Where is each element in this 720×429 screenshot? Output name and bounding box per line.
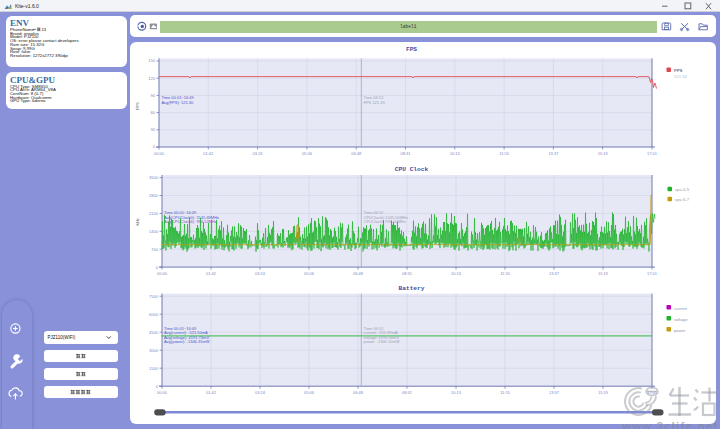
svg-text:www.3clife.net: www.3clife.net [621,420,718,429]
svg-text:0: 0 [153,144,156,149]
svg-text:current: current [674,306,688,311]
svg-text:17:01: 17:01 [647,151,658,156]
svg-text:2100: 2100 [149,211,159,216]
svg-text:10:13: 10:13 [450,151,461,156]
svg-text:05:06: 05:06 [304,390,315,395]
svg-text:10:13: 10:13 [451,390,462,395]
svg-text:2800: 2800 [149,193,159,198]
svg-text:13:37: 13:37 [548,151,559,156]
svg-text:power: power [674,328,686,333]
svg-text:05:06: 05:06 [304,271,315,276]
svg-text:01:42: 01:42 [206,271,217,276]
svg-text:voltage: voltage [674,317,688,322]
svg-text:15:19: 15:19 [598,151,609,156]
svg-text:CPU Clock: CPU Clock [395,166,429,173]
svg-text:00:00: 00:00 [154,151,165,156]
svg-text:08:31: 08:31 [402,390,413,395]
svg-text:power: -1305.50mW: power: -1305.50mW [364,339,400,344]
svg-text:03:24: 03:24 [253,151,264,156]
svg-text:121.34: 121.34 [674,74,687,79]
svg-text:00:00: 00:00 [157,390,168,395]
svg-text:Avg(power): -1346.35mW: Avg(power): -1346.35mW [164,339,210,344]
svg-text:150: 150 [148,58,155,63]
svg-text:700: 700 [151,247,158,252]
svg-text:13:37: 13:37 [549,271,560,276]
svg-text:3500: 3500 [149,175,159,180]
svg-text:30: 30 [151,127,156,132]
svg-text:1500: 1500 [149,366,159,371]
svg-text:05:06: 05:06 [302,151,313,156]
svg-text:13: 13 [42,27,47,32]
svg-text:0: 0 [156,384,159,389]
svg-text:Kite-v1.6.0: Kite-v1.6.0 [15,3,39,9]
svg-text:3000: 3000 [149,348,159,353]
svg-text:0: 0 [156,265,159,270]
svg-text:03:24: 03:24 [255,271,266,276]
svg-text:11:55: 11:55 [499,151,509,156]
svg-text:13:37: 13:37 [549,390,560,395]
svg-text:60: 60 [151,110,156,115]
svg-text:FPS: FPS [136,102,140,110]
svg-text:90: 90 [151,93,156,98]
svg-text:FPS: FPS [406,46,417,53]
svg-text:15:19: 15:19 [598,390,609,395]
svg-text:11:55: 11:55 [500,390,510,395]
svg-text:06:48: 06:48 [351,151,362,156]
svg-text:15:19: 15:19 [598,271,609,276]
svg-text:Battery: Battery [399,285,425,292]
svg-text:00:00: 00:00 [157,271,168,276]
svg-text:10:13: 10:13 [451,271,462,276]
svg-text:01:42: 01:42 [203,151,214,156]
svg-text:01:42: 01:42 [206,390,217,395]
svg-text:KHz: KHz [136,218,140,225]
svg-text:17:01: 17:01 [647,271,658,276]
svg-text:08:31: 08:31 [400,151,411,156]
svg-text:CPUClock6 998.00MHz: CPUClock6 998.00MHz [364,219,406,224]
svg-text:cpu 0-5: cpu 0-5 [675,187,690,192]
svg-text:7500: 7500 [149,294,159,299]
svg-text:120: 120 [148,76,155,81]
svg-text:08:31: 08:31 [402,271,413,276]
svg-text:6000: 6000 [149,312,159,317]
svg-text:4500: 4500 [149,330,159,335]
svg-text:03:24: 03:24 [255,390,266,395]
svg-text:06:48: 06:48 [353,271,364,276]
svg-text:FPS 121.33: FPS 121.33 [364,100,386,105]
svg-text:1400: 1400 [149,229,159,234]
svg-text:FPS: FPS [674,68,683,73]
svg-text:cpu 6-7: cpu 6-7 [675,197,690,202]
svg-text:11:55: 11:55 [500,271,510,276]
svg-text:Avg(FPS): 121.30: Avg(FPS): 121.30 [162,100,194,105]
svg-text:06:48: 06:48 [353,390,364,395]
